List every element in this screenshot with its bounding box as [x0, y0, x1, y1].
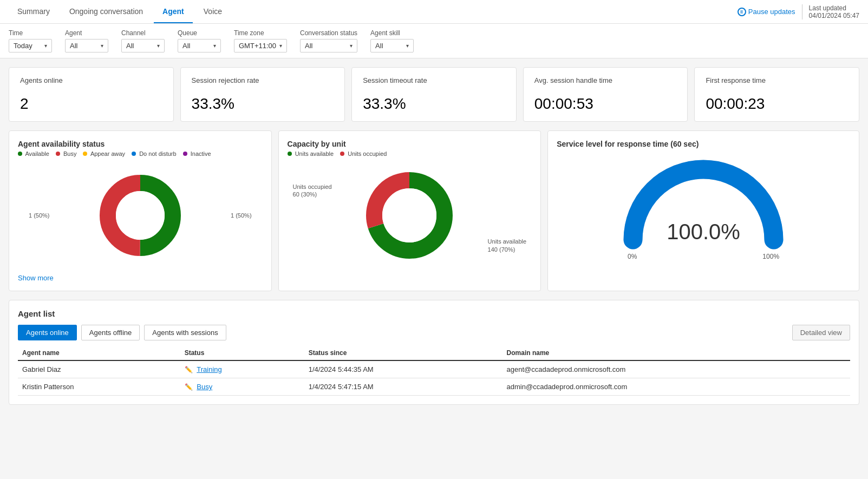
timezone-dropdown[interactable]: GMT+11:00 ▾ — [234, 39, 287, 53]
availability-donut: 1 (50%) 1 (50%) — [18, 161, 263, 270]
domain-cell: agent@ccadadeprod.onmicrosoft.com — [502, 360, 850, 378]
nav-bar: Summary Ongoing conversation Agent Voice… — [0, 0, 868, 24]
tab-agent[interactable]: Agent — [154, 1, 193, 23]
availability-donut-svg — [97, 172, 184, 259]
availability-legend: Available Busy Appear away Do not distur… — [18, 150, 263, 157]
service-gauge: 100.0% 0% 100% — [557, 150, 850, 266]
dnd-dot — [132, 152, 136, 156]
agent-status-cell: ✏️ Training — [180, 360, 304, 378]
tab-agents-with-sessions[interactable]: Agents with sessions — [144, 325, 226, 340]
chevron-down-icon: ▾ — [406, 43, 409, 49]
chevron-down-icon: ▾ — [279, 43, 282, 49]
kpi-first-response: First response time 00:00:23 — [694, 67, 859, 122]
chevron-down-icon: ▾ — [213, 43, 216, 49]
show-more-link[interactable]: Show more — [18, 274, 54, 282]
status-since-cell: 1/4/2024 5:47:15 AM — [304, 378, 502, 396]
availability-chart-card: Agent availability status Available Busy… — [9, 130, 272, 291]
pause-updates-button[interactable]: ⏸ Pause updates — [738, 8, 795, 16]
legend-away: Appear away — [83, 150, 125, 157]
gauge-labels: 0% 100% — [628, 253, 779, 260]
away-dot — [83, 152, 87, 156]
legend-inactive: Inactive — [183, 150, 211, 157]
queue-dropdown[interactable]: All ▾ — [178, 39, 221, 53]
agent-name-cell: Gabriel Diaz — [18, 360, 180, 378]
units-available-dot — [288, 152, 292, 156]
kpi-avg-handle-time: Avg. session handle time 00:00:53 — [523, 67, 688, 122]
kpi-row: Agents online 2 Session rejection rate 3… — [9, 67, 859, 122]
svg-point-5 — [382, 188, 436, 242]
filter-queue: Queue All ▾ — [178, 29, 221, 53]
last-updated: Last updated 04/01/2024 05:47 — [802, 4, 859, 19]
agent-table: Agent name Status Status since Domain na… — [18, 346, 850, 396]
filter-agent-skill: Agent skill All ▾ — [370, 29, 414, 53]
kpi-session-rejection: Session rejection rate 33.3% — [180, 67, 345, 122]
agent-skill-dropdown[interactable]: All ▾ — [370, 39, 414, 53]
domain-cell: admin@ccadadeprod.onmicrosoft.com — [502, 378, 850, 396]
edit-icon[interactable]: ✏️ — [185, 366, 193, 373]
capacity-legend: Units available Units occupied — [288, 150, 532, 157]
agent-list-header: Agents online Agents offline Agents with… — [18, 325, 850, 340]
status-badge[interactable]: Busy — [197, 383, 212, 391]
inactive-dot — [183, 152, 187, 156]
time-dropdown[interactable]: Today ▾ — [9, 39, 52, 53]
filter-timezone: Time zone GMT+11:00 ▾ — [234, 29, 287, 53]
agent-list-section: Agent list Agents online Agents offline … — [9, 300, 859, 405]
table-row: Gabriel Diaz ✏️ Training 1/4/2024 5:44:3… — [18, 360, 850, 378]
service-chart-card: Service level for response time (60 sec)… — [547, 130, 859, 291]
capacity-donut-svg — [363, 169, 455, 261]
channel-dropdown[interactable]: All ▾ — [121, 39, 165, 53]
status-since-cell: 1/4/2024 5:44:35 AM — [304, 360, 502, 378]
kpi-session-timeout: Session timeout rate 33.3% — [351, 67, 517, 122]
capacity-donut: Units occupied 60 (30%) Units available … — [288, 161, 532, 270]
occupied-label: Units occupied 60 (30%) — [293, 183, 332, 199]
detail-view-button[interactable]: Detailed view — [792, 325, 850, 340]
units-occupied-dot — [340, 152, 344, 156]
chevron-down-icon: ▾ — [44, 43, 47, 49]
col-status-since: Status since — [304, 346, 502, 360]
col-status: Status — [180, 346, 304, 360]
filter-conv-status: Conversation status All ▾ — [300, 29, 357, 53]
filter-time: Time Today ▾ — [9, 29, 52, 53]
agent-status-cell: ✏️ Busy — [180, 378, 304, 396]
tab-voice[interactable]: Voice — [195, 1, 231, 23]
chevron-down-icon: ▾ — [157, 43, 160, 49]
capacity-chart-card: Capacity by unit Units available Units o… — [278, 130, 541, 291]
conv-status-dropdown[interactable]: All ▾ — [300, 39, 357, 53]
col-domain: Domain name — [502, 346, 850, 360]
legend-units-occupied: Units occupied — [340, 150, 387, 157]
legend-dnd: Do not disturb — [132, 150, 177, 157]
edit-icon[interactable]: ✏️ — [185, 383, 193, 391]
charts-row: Agent availability status Available Busy… — [9, 130, 859, 291]
agent-tabs: Agents online Agents offline Agents with… — [18, 325, 226, 340]
svg-point-2 — [116, 191, 165, 240]
agent-dropdown[interactable]: All ▾ — [65, 39, 108, 53]
nav-right: ⏸ Pause updates Last updated 04/01/2024 … — [738, 4, 859, 19]
service-level-value: 100.0% — [667, 220, 740, 244]
pause-icon: ⏸ — [738, 8, 746, 16]
filters-bar: Time Today ▾ Agent All ▾ Channel All ▾ Q… — [0, 24, 868, 58]
filter-channel: Channel All ▾ — [121, 29, 165, 53]
legend-units-available: Units available — [288, 150, 334, 157]
available-dot — [18, 152, 22, 156]
legend-busy: Busy — [56, 150, 77, 157]
col-agent-name: Agent name — [18, 346, 180, 360]
legend-available: Available — [18, 150, 49, 157]
busy-dot — [56, 152, 60, 156]
main-content: Agents online 2 Session rejection rate 3… — [0, 58, 868, 414]
tab-ongoing[interactable]: Ongoing conversation — [61, 1, 152, 23]
status-badge[interactable]: Training — [197, 365, 221, 373]
tab-agents-online[interactable]: Agents online — [18, 325, 77, 340]
filter-agent: Agent All ▾ — [65, 29, 108, 53]
kpi-agents-online: Agents online 2 — [9, 67, 174, 122]
tab-agents-offline[interactable]: Agents offline — [81, 325, 140, 340]
chevron-down-icon: ▾ — [350, 43, 353, 49]
agent-name-cell: Kristin Patterson — [18, 378, 180, 396]
tab-summary[interactable]: Summary — [9, 1, 58, 23]
table-row: Kristin Patterson ✏️ Busy 1/4/2024 5:47:… — [18, 378, 850, 396]
available-label: Units available 140 (70%) — [488, 238, 527, 253]
chevron-down-icon: ▾ — [101, 43, 103, 49]
